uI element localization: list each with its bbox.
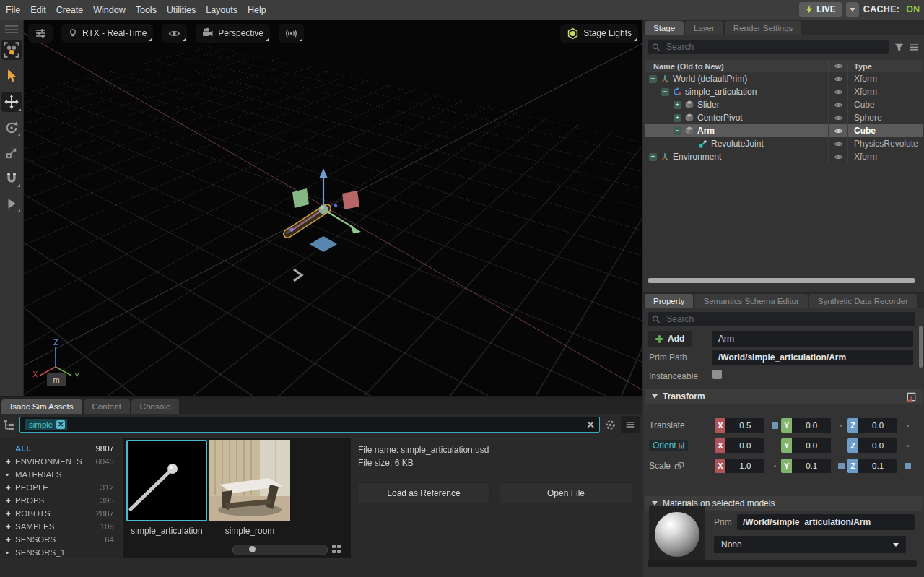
renderer-button[interactable]: RTX - Real-Time bbox=[61, 24, 153, 43]
type-column-header[interactable]: Type bbox=[847, 62, 923, 71]
horizontal-scrollbar[interactable] bbox=[648, 278, 915, 283]
category-all[interactable]: ALL9807 bbox=[0, 442, 121, 455]
expand-toggle[interactable] bbox=[649, 153, 657, 161]
collapse-toggle[interactable] bbox=[661, 88, 669, 96]
tab-render-settings[interactable]: Render Settings bbox=[725, 21, 801, 35]
tab-content[interactable]: Content bbox=[84, 399, 130, 414]
visibility-eye-icon[interactable] bbox=[828, 111, 847, 124]
snap-tool-button[interactable] bbox=[2, 169, 21, 188]
viewport-expand-chevron[interactable] bbox=[294, 269, 302, 281]
property-search[interactable] bbox=[648, 312, 915, 326]
table-row[interactable]: CenterPivot Sphere bbox=[645, 111, 923, 124]
expand-toggle[interactable] bbox=[674, 101, 681, 109]
gear-icon[interactable] bbox=[604, 419, 616, 431]
menu-create[interactable]: Create bbox=[56, 5, 84, 15]
table-row[interactable]: World (defaultPrim) Xform bbox=[645, 72, 923, 85]
tab-synthetic-data-recorder[interactable]: Synthetic Data Recorder bbox=[809, 294, 917, 308]
scale-y-field[interactable]: 0.1 bbox=[792, 459, 831, 473]
move-tool-button[interactable] bbox=[1, 92, 22, 112]
scale-tool-button[interactable] bbox=[2, 144, 21, 162]
tab-semantics-schema-editor[interactable]: Semantics Schema Editor bbox=[694, 294, 807, 308]
translate-y-field[interactable]: 0.0 bbox=[792, 418, 831, 433]
collapse-toggle[interactable] bbox=[674, 127, 681, 135]
tree-header[interactable]: Name (Old to New) Type bbox=[645, 60, 923, 72]
select-tool-button[interactable] bbox=[2, 66, 21, 85]
menu-window[interactable]: Window bbox=[93, 5, 125, 15]
gizmo-center-handle[interactable] bbox=[319, 205, 328, 214]
orientation-gizmo[interactable]: Z X Y m bbox=[31, 338, 86, 385]
grid-view-button[interactable] bbox=[331, 543, 342, 555]
table-row[interactable]: RevoluteJoint PhysicsRevolute bbox=[645, 137, 923, 150]
tree-view-icon[interactable] bbox=[3, 419, 15, 431]
toolbar-grip[interactable] bbox=[0, 20, 23, 33]
category-sensors-1[interactable]: •SENSORS_1 bbox=[0, 546, 121, 559]
table-row-selected[interactable]: Arm Cube bbox=[645, 124, 923, 137]
asset-thumbnail-simple-articulation[interactable] bbox=[126, 440, 207, 521]
stage-search[interactable] bbox=[648, 40, 889, 54]
orient-y-field[interactable]: 0.0 bbox=[792, 438, 831, 453]
gizmo-y-arrow[interactable] bbox=[323, 209, 354, 228]
slider-knob[interactable] bbox=[249, 546, 256, 552]
property-search-input[interactable] bbox=[665, 313, 911, 325]
visibility-eye-icon[interactable] bbox=[828, 72, 847, 85]
category-environments[interactable]: +ENVIRONMENTS6040 bbox=[0, 455, 121, 468]
menu-file[interactable]: File bbox=[6, 5, 20, 15]
filter-icon[interactable] bbox=[894, 42, 905, 53]
asset-search-input[interactable]: simple ✕ ✕ bbox=[19, 417, 600, 433]
changed-indicator[interactable] bbox=[905, 463, 911, 469]
category-robots[interactable]: +ROBOTS2887 bbox=[0, 507, 121, 520]
material-prim-field[interactable]: /World/simple_articulation/Arm bbox=[737, 514, 915, 530]
tab-isaac-sim-assets[interactable]: Isaac Sim Assets bbox=[1, 399, 82, 414]
capture-button[interactable] bbox=[279, 24, 304, 43]
chip-close-icon[interactable]: ✕ bbox=[56, 420, 65, 429]
scale-z-field[interactable]: 0.1 bbox=[858, 459, 897, 473]
expand-toggle[interactable] bbox=[674, 114, 681, 122]
gizmo-plane-yz[interactable] bbox=[342, 191, 359, 209]
list-view-button[interactable] bbox=[621, 416, 640, 433]
table-row[interactable]: simple_articulation Xform bbox=[645, 85, 923, 98]
tab-stage[interactable]: Stage bbox=[645, 21, 684, 35]
changed-indicator[interactable] bbox=[772, 422, 778, 429]
play-button[interactable] bbox=[2, 194, 21, 213]
scale-x-field[interactable]: 1.0 bbox=[725, 459, 764, 473]
visibility-eye-icon[interactable] bbox=[828, 124, 847, 137]
material-select[interactable]: None bbox=[714, 536, 906, 553]
transform-stack-icon[interactable] bbox=[906, 391, 917, 402]
stage-lights-button[interactable]: Stage Lights bbox=[560, 24, 638, 43]
camera-button[interactable]: Perspective bbox=[196, 24, 270, 43]
orient-z-field[interactable]: 0.0 bbox=[858, 438, 897, 453]
category-props[interactable]: +PROPS395 bbox=[0, 494, 121, 507]
orient-x-field[interactable]: 0.0 bbox=[725, 438, 764, 453]
menu-edit[interactable]: Edit bbox=[30, 5, 46, 15]
category-samples[interactable]: +SAMPLES109 bbox=[0, 520, 121, 533]
open-file-button[interactable]: Open File bbox=[500, 482, 632, 503]
transform-section-header[interactable]: Transform bbox=[645, 389, 923, 404]
instanceable-checkbox[interactable] bbox=[712, 370, 722, 379]
add-property-button[interactable]: Add bbox=[648, 331, 692, 347]
translate-x-field[interactable]: 0.5 bbox=[725, 418, 764, 433]
display-options-button[interactable] bbox=[162, 24, 187, 43]
menu-help[interactable]: Help bbox=[248, 5, 266, 15]
table-row[interactable]: Environment Xform bbox=[645, 150, 923, 163]
category-materials[interactable]: •MATERIALS bbox=[0, 468, 121, 481]
menu-tools[interactable]: Tools bbox=[136, 5, 157, 15]
menu-layouts[interactable]: Layouts bbox=[206, 5, 237, 15]
gizmo-plane-xy[interactable] bbox=[310, 236, 337, 252]
visibility-eye-icon[interactable] bbox=[828, 137, 847, 150]
translate-z-field[interactable]: 0.0 bbox=[858, 418, 897, 433]
asset-thumbnail-simple-room[interactable] bbox=[209, 440, 290, 521]
thumbnail-size-slider[interactable] bbox=[232, 545, 328, 555]
name-column-header[interactable]: Name (Old to New) bbox=[645, 62, 828, 71]
link-icon[interactable] bbox=[674, 461, 684, 471]
translate-gizmo[interactable] bbox=[289, 168, 361, 252]
menu-utilities[interactable]: Utilities bbox=[167, 5, 196, 15]
clear-search-icon[interactable]: ✕ bbox=[586, 419, 595, 430]
category-people[interactable]: +PEOPLE312 bbox=[0, 481, 121, 494]
live-button[interactable]: LIVE bbox=[799, 2, 842, 17]
prim-name-field[interactable]: Arm bbox=[712, 331, 913, 347]
tab-layer[interactable]: Layer bbox=[685, 21, 723, 35]
options-menu-icon[interactable] bbox=[909, 42, 920, 53]
changed-indicator[interactable] bbox=[838, 463, 845, 469]
selection-mode-button[interactable] bbox=[1, 40, 22, 60]
visibility-eye-icon[interactable] bbox=[828, 85, 847, 98]
